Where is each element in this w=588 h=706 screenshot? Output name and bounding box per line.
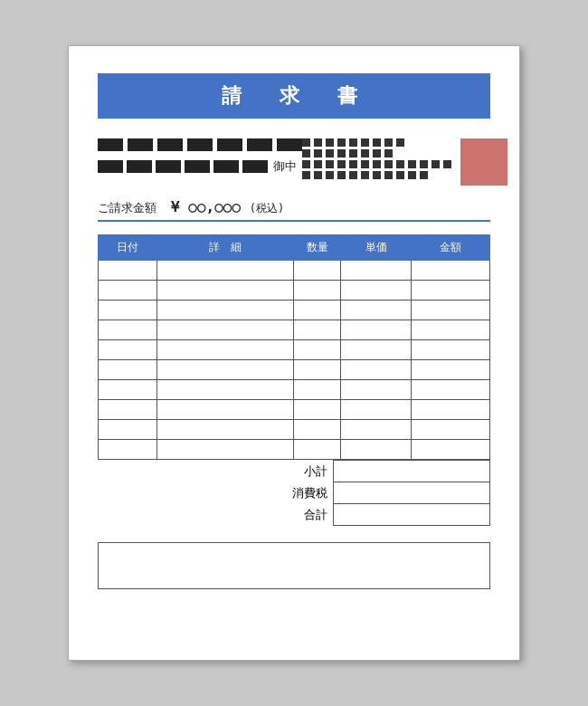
table-row [99,320,490,340]
subtotal-row: 小計 [98,461,490,482]
redacted-block-3 [157,138,183,151]
tax-row: 消費税 [98,482,490,504]
header-qty: 数量 [294,235,341,261]
table-row [99,340,490,360]
invoice-table: 日付 詳 細 数量 単価 金額 [98,234,490,460]
tax-label: 消費税 [98,482,333,504]
info-row-4 [302,171,451,179]
name-block-1 [98,160,123,173]
summary-table: 小計 消費税 合計 [98,460,490,526]
total-label: 合計 [98,504,333,526]
info-row-2 [302,149,451,157]
table-row [99,380,490,400]
company-name-redacted [98,138,302,151]
info-row-1 [302,138,451,147]
notes-box [98,542,490,589]
issuer-section [302,138,507,182]
document-title: 請 求 書 [98,82,490,110]
table-row [99,360,490,380]
total-value [333,504,489,526]
header-price: 単価 [341,235,412,261]
invoice-amount-label: ご請求金額 [98,200,156,216]
table-row [99,420,490,440]
table-row [99,400,490,420]
table-row [99,301,490,320]
honorific: 御中 [273,158,297,175]
recipient-section: 御中 [98,138,302,182]
total-row: 合計 [98,504,490,526]
redacted-block-5 [217,138,242,151]
title-bar: 請 求 書 [98,73,490,119]
name-block-4 [185,160,210,173]
header-detail: 詳 細 [156,235,294,261]
invoice-amount-value: ¥ ○○,○○○ (税込) [171,198,284,216]
table-row [99,440,490,460]
invoice-amount-row: ご請求金額 ¥ ○○,○○○ (税込) [98,198,490,222]
header-area: 御中 [98,138,490,182]
name-block-3 [156,160,181,173]
invoice-document: 請 求 書 [68,45,520,661]
header-date: 日付 [99,235,157,261]
info-row-3 [302,160,451,168]
header-amount: 金額 [412,235,490,261]
redacted-block-6 [247,138,272,151]
redacted-block-4 [187,138,213,151]
recipient-name-line: 御中 [98,158,302,175]
redacted-block-1 [98,138,123,151]
stamp-box [460,138,507,186]
redacted-block-2 [128,138,153,151]
subtotal-value [333,461,489,482]
name-block-5 [213,160,239,173]
name-block-6 [242,160,268,173]
table-row [99,261,490,281]
subtotal-label: 小計 [98,461,333,482]
name-block-2 [127,160,152,173]
tax-value [333,482,489,504]
table-header-row: 日付 詳 細 数量 単価 金額 [99,235,490,261]
redacted-block-7 [277,138,302,151]
issuer-info [302,138,451,182]
table-row [99,281,490,301]
recipient-name-redacted [98,160,268,173]
